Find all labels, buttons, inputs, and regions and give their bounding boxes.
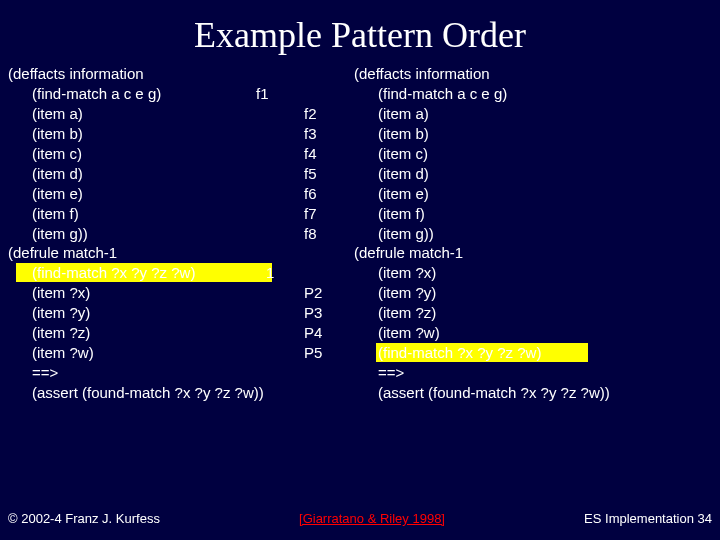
- pattern-label: P5: [256, 343, 366, 363]
- code-line: ==>: [354, 363, 714, 383]
- pattern-label: 1: [256, 263, 366, 283]
- code-line: (item g)): [8, 224, 278, 244]
- code-line: (item ?y): [8, 303, 278, 323]
- code-line: (item g)): [354, 224, 714, 244]
- fact-label: f1: [256, 84, 366, 104]
- code-line: (item f): [354, 204, 714, 224]
- code-line: (item ?z): [8, 323, 278, 343]
- slide-title: Example Pattern Order: [0, 0, 720, 64]
- code-line: (item b): [8, 124, 278, 144]
- code-line: (item c): [354, 144, 714, 164]
- fact-label: f3: [256, 124, 366, 144]
- code-line: (defrule match-1: [354, 243, 714, 263]
- code-line: (item f): [8, 204, 278, 224]
- code-line: (item e): [8, 184, 278, 204]
- pattern-label: P4: [256, 323, 366, 343]
- code-line: (item ?w): [8, 343, 278, 363]
- code-line: (deffacts information: [8, 64, 278, 84]
- code-line: ==>: [8, 363, 278, 383]
- code-line: (assert (found-match ?x ?y ?z ?w)): [8, 383, 278, 403]
- code-line: (item ?x): [8, 283, 278, 303]
- code-line: (item d): [8, 164, 278, 184]
- left-code: (deffacts information (find-match a c e …: [8, 64, 278, 403]
- fact-label: f7: [256, 204, 366, 224]
- code-line: (item ?x): [354, 263, 714, 283]
- code-line: (item a): [8, 104, 278, 124]
- code-line: (find-match a c e g): [8, 84, 278, 104]
- code-line: (assert (found-match ?x ?y ?z ?w)): [354, 383, 714, 403]
- citation-link[interactable]: [Giarratano & Riley 1998]: [299, 511, 445, 526]
- fact-label: f4: [256, 144, 366, 164]
- code-line: (item c): [8, 144, 278, 164]
- code-line: (item d): [354, 164, 714, 184]
- code-line: (item a): [354, 104, 714, 124]
- code-line: (item ?y): [354, 283, 714, 303]
- code-line: (defrule match-1: [8, 243, 278, 263]
- fact-label: f6: [256, 184, 366, 204]
- fact-label: f8: [256, 224, 366, 244]
- copyright-text: © 2002-4 Franz J. Kurfess: [8, 511, 160, 526]
- code-line: (find-match ?x ?y ?z ?w): [8, 263, 278, 283]
- code-line: (item ?z): [354, 303, 714, 323]
- code-line: (item ?w): [354, 323, 714, 343]
- page-number: ES Implementation 34: [584, 511, 712, 526]
- slide-footer: © 2002-4 Franz J. Kurfess [Giarratano & …: [8, 511, 712, 526]
- code-line: (item b): [354, 124, 714, 144]
- right-code: (deffacts information (find-match a c e …: [354, 64, 714, 403]
- fact-label: f5: [256, 164, 366, 184]
- code-line: (find-match ?x ?y ?z ?w): [354, 343, 714, 363]
- label-column: f1 f2 f3 f4 f5 f6 f7 f8 1 P2 P3 P4 P5: [256, 64, 366, 363]
- code-line: (deffacts information: [354, 64, 714, 84]
- pattern-label: P3: [256, 303, 366, 323]
- pattern-label: P2: [256, 283, 366, 303]
- code-line: (find-match a c e g): [354, 84, 714, 104]
- code-line: (item e): [354, 184, 714, 204]
- fact-label: f2: [256, 104, 366, 124]
